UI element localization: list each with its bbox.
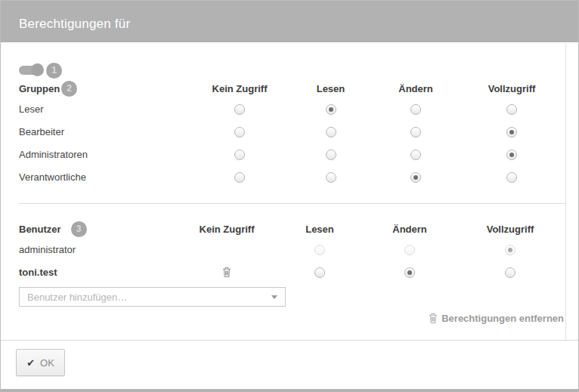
inheritance-toggle-row: 1 bbox=[19, 62, 62, 79]
column-header-lesen: Lesen bbox=[275, 224, 364, 235]
radio-lesen[interactable] bbox=[288, 170, 373, 184]
group-permission-row: Leser bbox=[19, 97, 565, 120]
remove-permissions-label: Berechtigungen entfernen bbox=[441, 313, 564, 324]
group-name: Bearbeiter bbox=[19, 126, 191, 137]
radio-kein-zugriff[interactable] bbox=[191, 170, 288, 184]
trash-icon bbox=[429, 313, 438, 324]
ok-label: OK bbox=[40, 357, 54, 369]
radio-kein-zugriff[interactable] bbox=[191, 125, 288, 138]
ok-button[interactable]: ✔ OK bbox=[16, 349, 65, 376]
groups-permission-table: Gruppen2 Kein Zugriff Lesen Ändern Vollz… bbox=[19, 79, 565, 188]
callout-badge-1: 1 bbox=[46, 63, 62, 79]
radio-lesen[interactable] bbox=[288, 125, 373, 138]
remove-permissions-button[interactable]: Berechtigungen entfernen bbox=[429, 311, 564, 325]
permissions-dialog: Berechtigungen für 1 Gruppen2 Kein Zugri… bbox=[0, 0, 579, 392]
column-header-vollzugriff: Vollzugriff bbox=[458, 83, 565, 94]
column-header-kein-zugriff: Kein Zugriff bbox=[178, 224, 275, 235]
group-permission-row: Bearbeiter bbox=[19, 120, 565, 143]
radio-vollzugriff bbox=[455, 242, 565, 256]
groups-section-label: Gruppen bbox=[19, 83, 60, 94]
radio-vollzugriff[interactable] bbox=[458, 125, 565, 138]
group-name: Verantwortliche bbox=[19, 171, 191, 183]
check-icon: ✔ bbox=[26, 357, 35, 369]
callout-badge-2: 2 bbox=[61, 81, 77, 97]
footer-divider bbox=[1, 340, 578, 341]
radio-vollzugriff[interactable] bbox=[455, 265, 565, 279]
column-header-aendern: Ändern bbox=[373, 83, 458, 94]
add-user-placeholder: Benutzer hinzufügen… bbox=[27, 292, 271, 303]
users-permission-table: Benutzer3 Kein Zugriff Lesen Ändern Voll… bbox=[19, 220, 565, 283]
dropdown-caret-icon bbox=[271, 295, 277, 299]
inheritance-toggle[interactable] bbox=[19, 63, 44, 77]
group-permission-row: Verantwortliche bbox=[19, 165, 565, 188]
users-header-row: Benutzer3 Kein Zugriff Lesen Ändern Voll… bbox=[19, 220, 565, 238]
dialog-titlebar: Berechtigungen für bbox=[1, 1, 578, 42]
radio-aendern[interactable] bbox=[373, 102, 458, 116]
column-header-aendern: Ändern bbox=[364, 224, 455, 235]
column-header-vollzugriff: Vollzugriff bbox=[455, 224, 565, 235]
callout-badge-3: 3 bbox=[71, 221, 87, 237]
user-permission-row: toni.test bbox=[19, 261, 565, 283]
radio-lesen[interactable] bbox=[288, 147, 373, 161]
radio-vollzugriff[interactable] bbox=[458, 147, 565, 161]
user-name: toni.test bbox=[19, 267, 178, 278]
radio-kein-zugriff[interactable] bbox=[191, 102, 288, 116]
groups-header-row: Gruppen2 Kein Zugriff Lesen Ändern Vollz… bbox=[19, 79, 565, 97]
column-header-kein-zugriff: Kein Zugriff bbox=[191, 83, 288, 94]
section-divider bbox=[19, 203, 565, 204]
dialog-title: Berechtigungen für bbox=[19, 17, 130, 31]
radio-vollzugriff[interactable] bbox=[458, 170, 565, 184]
group-name: Leser bbox=[19, 103, 191, 115]
radio-vollzugriff[interactable] bbox=[458, 102, 565, 116]
toggle-knob-icon bbox=[31, 63, 44, 76]
radio-aendern[interactable] bbox=[373, 147, 458, 161]
group-name: Administratoren bbox=[19, 149, 191, 160]
user-name: administrator bbox=[19, 244, 178, 255]
add-user-dropdown[interactable]: Benutzer hinzufügen… bbox=[19, 287, 286, 307]
radio-lesen[interactable] bbox=[288, 102, 373, 116]
radio-aendern bbox=[364, 242, 455, 256]
remove-user-trash-icon[interactable] bbox=[178, 265, 275, 279]
radio-aendern[interactable] bbox=[364, 265, 455, 279]
users-section-label: Benutzer bbox=[19, 224, 61, 235]
user-permission-row: administrator bbox=[19, 238, 565, 261]
radio-lesen bbox=[275, 242, 364, 256]
radio-kein-zugriff[interactable] bbox=[191, 147, 288, 161]
column-header-lesen: Lesen bbox=[288, 83, 373, 94]
radio-aendern[interactable] bbox=[373, 125, 458, 138]
radio-lesen[interactable] bbox=[275, 265, 364, 279]
content-right-border bbox=[565, 43, 566, 340]
radio-aendern[interactable] bbox=[373, 170, 458, 184]
group-permission-row: Administratoren bbox=[19, 143, 565, 165]
